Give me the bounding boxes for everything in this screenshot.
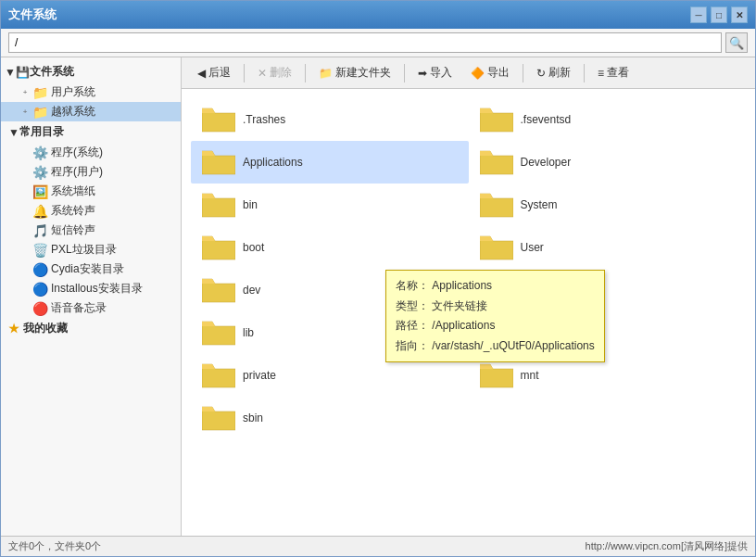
sidebar-item-cydia[interactable]: 🔵 Cydia安装目录 xyxy=(1,260,181,279)
gear-icon-sys: ⚙️ xyxy=(32,146,47,160)
sidebar-label-wallpaper: 系统墙纸 xyxy=(51,184,95,199)
back-button[interactable]: ◀ 后退 xyxy=(189,61,239,84)
svg-marker-29 xyxy=(202,407,215,411)
svg-marker-1 xyxy=(202,108,215,113)
sidebar-item-installous[interactable]: 🔵 Installous安装目录 xyxy=(1,279,181,298)
export-button[interactable]: 🔶 导出 xyxy=(462,61,518,84)
star-icon: ★ xyxy=(8,322,19,335)
sidebar-item-jail-system[interactable]: + 📁 越狱系统 xyxy=(1,102,181,121)
file-name-applications: Applications xyxy=(243,156,303,169)
sidebar-item-user-system[interactable]: + 📁 用户系统 xyxy=(1,82,181,102)
ringtone-icon: 🔔 xyxy=(32,204,47,219)
import-label: 导入 xyxy=(430,65,452,81)
import-icon: ➡ xyxy=(418,67,427,80)
folder-icon-developer xyxy=(480,148,513,176)
tooltip-target-value: /var/stash/_.uQUtF0/Applications xyxy=(432,339,594,352)
folder-icon-sbin xyxy=(202,404,235,432)
separator-3 xyxy=(404,64,405,82)
sidebar-item-program-user[interactable]: ⚙️ 程序(用户) xyxy=(1,162,181,182)
delete-button[interactable]: ✕ 删除 xyxy=(249,61,300,84)
file-name-developer: Developer xyxy=(521,156,572,169)
applications-tooltip: 名称： Applications 类型： 文件夹链接 路径： /Applicat… xyxy=(385,270,605,362)
file-item-bin[interactable]: User xyxy=(469,226,747,269)
voice-icon: 🔴 xyxy=(32,301,47,316)
import-button[interactable]: ➡ 导入 xyxy=(410,61,460,84)
new-folder-icon: 📁 xyxy=(319,67,333,80)
svg-marker-3 xyxy=(480,108,493,113)
sidebar-label-cydia: Cydia安装目录 xyxy=(51,261,124,277)
new-folder-button[interactable]: 📁 新建文件夹 xyxy=(310,61,399,84)
sidebar-label-pxl-trash: PXL垃圾目录 xyxy=(51,242,117,258)
tooltip-type-row: 类型： 文件夹链接 xyxy=(396,297,595,317)
file-grid: .Trashes .fseventsd Applications xyxy=(182,89,755,449)
folder-icon-lib xyxy=(202,319,235,347)
new-folder-label: 新建文件夹 xyxy=(335,65,391,81)
address-input[interactable] xyxy=(8,32,722,53)
file-item-developer[interactable]: Developer xyxy=(469,141,747,184)
music-icon: 🎵 xyxy=(32,223,47,238)
file-item-trashes[interactable]: .Trashes xyxy=(191,98,469,141)
search-button[interactable]: 🔍 xyxy=(725,32,748,53)
tooltip-name-row: 名称： Applications xyxy=(396,276,595,297)
folder-icon-fseventsd xyxy=(480,106,513,133)
separator-5 xyxy=(584,64,585,82)
sidebar-label-voice-backup: 语音备忘录 xyxy=(51,300,107,316)
sidebar-label-program-sys: 程序(系统) xyxy=(51,145,103,160)
sidebar-common-dir-header[interactable]: ▼ 常用目录 xyxy=(1,121,181,143)
title-bar-buttons: ─ □ ✕ xyxy=(690,6,748,23)
tooltip-path-label: 路径： xyxy=(396,319,429,332)
separator-4 xyxy=(523,64,523,82)
sidebar-root[interactable]: ▼ 💾 文件系统 xyxy=(1,61,181,82)
sidebar-item-voice-backup[interactable]: 🔴 语音备忘录 xyxy=(1,298,181,318)
svg-marker-13 xyxy=(202,236,215,241)
file-item-system[interactable]: System xyxy=(469,184,747,226)
file-name-bin: User xyxy=(521,241,544,254)
svg-marker-27 xyxy=(480,364,493,369)
minimize-button[interactable]: ─ xyxy=(690,6,707,23)
folder-icon-user: 📁 xyxy=(32,85,47,100)
sidebar-label-ringtone: 系统铃声 xyxy=(51,203,95,219)
file-item-boot[interactable]: boot xyxy=(191,226,469,269)
gear-icon-user: ⚙️ xyxy=(32,165,47,180)
sidebar-label-jail-system: 越狱系统 xyxy=(51,104,95,120)
main-container: ▼ 💾 文件系统 + 📁 用户系统 + 📁 越狱系统 ▼ 常用目录 ⚙️ 程序(… xyxy=(1,57,755,536)
sidebar-item-wallpaper[interactable]: 🖼️ 系统墙纸 xyxy=(1,182,181,201)
view-button[interactable]: ≡ 查看 xyxy=(589,61,637,84)
refresh-button[interactable]: ↻ 刷新 xyxy=(528,61,579,84)
folder-icon-trashes xyxy=(202,106,235,133)
sidebar-label-installous: Installous安装目录 xyxy=(51,281,143,297)
svg-marker-11 xyxy=(480,194,493,198)
file-name-system: System xyxy=(521,198,558,211)
file-item-applications[interactable]: Applications xyxy=(191,141,469,184)
view-icon: ≡ xyxy=(598,67,604,80)
maximize-button[interactable]: □ xyxy=(711,6,727,23)
sidebar-item-ringtone[interactable]: 🔔 系统铃声 xyxy=(1,201,181,221)
sidebar-label-favorites: 我的收藏 xyxy=(23,321,68,336)
close-button[interactable]: ✕ xyxy=(731,6,748,23)
folder-icon-system xyxy=(480,191,513,219)
hdd-icon: 💾 xyxy=(16,66,30,79)
sidebar-label-program-user: 程序(用户) xyxy=(51,164,103,180)
folder-icon-applications xyxy=(202,148,235,176)
svg-marker-25 xyxy=(202,364,215,369)
file-name-mnt: mnt xyxy=(521,369,539,382)
sidebar-item-sms-sound[interactable]: 🎵 短信铃声 xyxy=(1,221,181,240)
file-item-user[interactable]: bin xyxy=(191,184,469,226)
sidebar-item-program-sys[interactable]: ⚙️ 程序(系统) xyxy=(1,143,181,162)
file-item-fseventsd[interactable]: .fseventsd xyxy=(469,98,747,141)
file-area[interactable]: .Trashes .fseventsd Applications xyxy=(182,89,755,536)
wallpaper-icon: 🖼️ xyxy=(32,184,47,199)
refresh-icon: ↻ xyxy=(536,67,546,80)
toolbar: ◀ 后退 ✕ 删除 📁 新建文件夹 ➡ 导入 xyxy=(182,57,755,89)
tooltip-path-row: 路径： /Applications xyxy=(396,316,595,336)
svg-marker-21 xyxy=(202,322,215,326)
expand-icon-common: ▼ xyxy=(8,126,19,139)
file-name-sbin: sbin xyxy=(243,411,263,424)
tooltip-type-value: 文件夹链接 xyxy=(432,299,487,312)
file-item-sbin[interactable]: sbin xyxy=(191,397,469,439)
refresh-label: 刷新 xyxy=(548,65,571,81)
sidebar-favorites[interactable]: ★ 我的收藏 xyxy=(1,318,181,339)
sidebar-item-pxl-trash[interactable]: 🗑️ PXL垃圾目录 xyxy=(1,240,181,260)
main-window: 文件系统 ─ □ ✕ 🔍 ▼ 💾 文件系统 + 📁 用户系统 xyxy=(0,0,756,557)
address-bar: 🔍 xyxy=(1,29,755,57)
